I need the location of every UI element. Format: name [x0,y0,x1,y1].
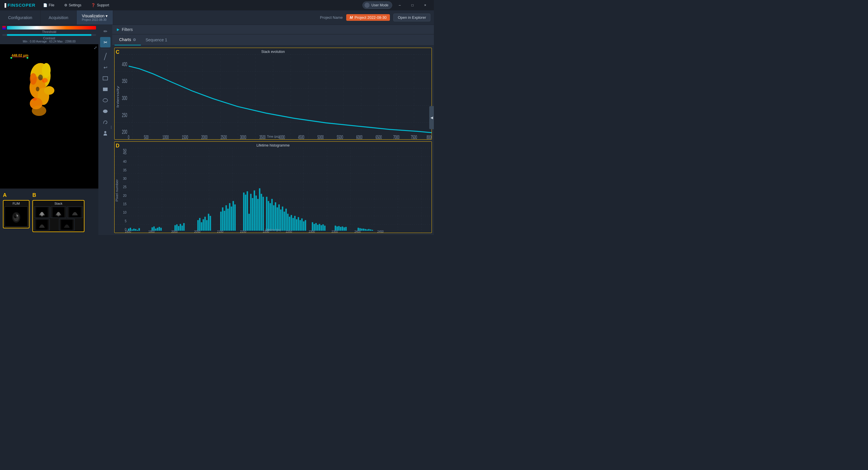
filters-chevron-icon[interactable]: ▶ [117,28,120,32]
svg-text:350: 350 [122,78,127,84]
svg-rect-116 [271,199,273,231]
svg-point-15 [14,214,17,218]
rect-fill-icon [103,87,108,91]
file-label: File [49,3,54,7]
file-menu-button[interactable]: 📄 File [41,2,57,8]
tab-charts[interactable]: Charts ⚙ [115,34,141,45]
nav-viz-title-row: Visualization ▾ [82,13,107,18]
image-canvas[interactable]: 448.02 μm [0,44,98,189]
drag-dot-3 [111,128,112,129]
expand-icon[interactable]: ⤢ [94,45,97,50]
settings-menu-button[interactable]: ⚙ Settings [62,2,84,8]
drag-handle[interactable] [110,125,112,130]
thumb-b-cell-3[interactable] [67,206,83,218]
tab-sequence[interactable]: Sequence 1 [141,35,172,45]
svg-rect-100 [234,204,236,231]
svg-point-27 [104,131,106,133]
support-label: Support [97,3,109,7]
contrast-label: Contrast [2,36,96,40]
cut-button[interactable]: ✂ [100,37,111,47]
nav-right: Project Name M Project 2022-08-30 Open i… [320,10,434,25]
user-mode-button[interactable]: User Mode [363,1,392,9]
thumb-b-grid-row1 [34,206,83,218]
lifetime-chart-svg: 0 5 10 15 20 25 30 35 40 45 50 Pixel num… [115,148,432,233]
threshold-color-strip[interactable] [7,26,96,30]
threshold-area: Threshold Contrast Min : 0.00 Average : … [0,25,98,44]
thumb-b-cell-5[interactable] [59,219,74,230]
project-m-icon: M [350,15,353,20]
thumb-b-cell-1[interactable] [34,206,50,218]
nav-viz-label: Visualization [82,13,104,18]
svg-point-7 [32,105,46,116]
collapse-arrow-icon: ◀ [430,115,433,120]
curve-button[interactable]: ↩ [100,62,111,72]
color-ramp [2,26,6,30]
user-avatar [365,3,370,8]
ellipse-outline-button[interactable] [100,95,111,105]
window-close-button[interactable]: × [420,0,430,10]
thumb-b-box[interactable]: Stack [32,200,85,232]
ellipse-fill-button[interactable] [100,106,111,116]
svg-text:10: 10 [123,210,126,214]
svg-rect-122 [282,206,283,231]
freeform-button[interactable] [100,117,111,128]
nav-configuration[interactable]: Configuration [0,10,40,25]
window-minimize-button[interactable]: – [395,0,405,10]
thumbnails-section: A FLIM [0,189,98,235]
open-explorer-button[interactable]: Open in Explorer [393,13,430,22]
lifetime-chart-label: D [116,143,120,149]
ellipse-outline-icon [103,98,108,102]
svg-rect-93 [222,207,223,231]
rect-fill-button[interactable] [100,84,111,95]
rect-outline-button[interactable] [100,73,111,83]
lifetime-histogram-chart: D Lifetime histogramme 0 5 10 [114,141,432,233]
draw-button[interactable]: ✏ [100,26,111,36]
stack-chart-title: Stack evolution [115,48,432,54]
app-logo: ❚FINSCOPER [3,3,36,8]
right-collapse-button[interactable]: ◀ [429,106,434,129]
svg-text:Intensity: Intensity [116,86,120,108]
thumb-a-image [5,206,28,227]
chevron-down-icon: ▾ [105,13,107,18]
svg-rect-101 [243,193,244,231]
svg-rect-114 [268,201,269,231]
thumb-b-img-4 [36,220,48,230]
tab-charts-label: Charts [119,37,131,42]
svg-rect-106 [252,198,253,231]
thumb-b-img-2 [53,207,64,217]
svg-text:15: 15 [123,202,126,206]
svg-rect-120 [278,204,280,231]
person-button[interactable] [100,128,111,138]
svg-rect-107 [254,190,255,230]
svg-text:30: 30 [123,176,126,181]
thumb-b-cell-4[interactable] [34,219,50,230]
thumb-a-box[interactable]: FLIM [3,200,30,228]
nav-visualization[interactable]: Visualization ▾ Project 2022-08-30 [76,10,113,25]
lifetime-chart-title: Lifetime histogramme [115,142,432,148]
thumb-b-grid-row2 [34,219,83,230]
support-menu-button[interactable]: ❓ Support [89,2,111,8]
thumb-flim-icon [9,209,24,224]
svg-rect-99 [232,201,234,231]
svg-rect-98 [231,206,232,231]
nav-acquisition[interactable]: Acquisition [40,10,76,25]
freeform-icon [103,120,108,125]
line-button[interactable]: ╲ [98,49,113,64]
filters-bar: ▶ Filters [112,25,434,34]
svg-point-25 [103,99,107,102]
svg-rect-115 [270,203,271,230]
thumb-b-cell-2[interactable] [51,206,66,218]
contrast-fill [7,34,91,36]
svg-text:25: 25 [123,185,126,189]
svg-text:5: 5 [125,219,126,223]
ellipse-fill-icon [103,109,108,113]
svg-text:400: 400 [122,61,127,67]
thumb-b-label: B [32,192,85,198]
svg-rect-113 [266,197,268,230]
contrast-bar[interactable] [2,34,96,36]
svg-rect-105 [250,194,252,231]
svg-point-26 [103,109,107,113]
window-restore-button[interactable]: □ [407,0,418,10]
svg-point-5 [30,73,37,85]
charts-gear-icon[interactable]: ⚙ [133,38,136,42]
